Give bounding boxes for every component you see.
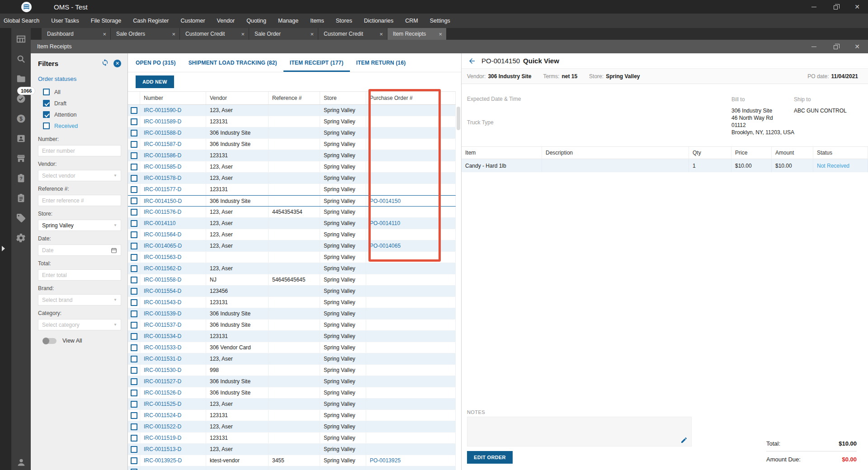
po-link[interactable]: PO-0013925	[370, 457, 401, 464]
receipt-number-link[interactable]: IRC-0011589-D	[144, 118, 181, 125]
table-row[interactable]: IRC-0011531-D123, AserSpring Valley	[128, 353, 456, 365]
checkbox-all[interactable]	[43, 89, 50, 95]
receipt-number-link[interactable]: IRC-0014150-D	[144, 198, 182, 204]
receipt-number-link[interactable]: IRC-0011519-D	[144, 435, 181, 441]
row-checkbox[interactable]	[131, 164, 137, 170]
row-checkbox[interactable]	[131, 378, 137, 385]
table-row[interactable]: IRC-0011564-D123, AserSpring Valley	[128, 229, 456, 240]
table-row[interactable]: IRC-0011526-D306 Industry SiteSpring Val…	[128, 387, 456, 399]
menu-item-file-storage[interactable]: File Storage	[85, 14, 127, 28]
table-row[interactable]: IRC-0014110123, AserSpring ValleyPO-0014…	[128, 218, 456, 229]
window-tab-sale-order[interactable]: Sale Order×	[249, 28, 318, 40]
store-icon[interactable]	[11, 148, 31, 168]
clipboard-list-icon[interactable]	[11, 188, 31, 208]
refresh-filters-icon[interactable]	[101, 59, 109, 68]
table-row[interactable]: IRC-0011588-D306 Industry SiteSpring Val…	[128, 127, 456, 139]
menu-item-stores[interactable]: Stores	[330, 14, 358, 28]
row-checkbox[interactable]	[131, 356, 137, 362]
receipt-number-link[interactable]: IRC-0014110	[144, 220, 176, 226]
checkbox-draft[interactable]	[43, 100, 50, 107]
table-row[interactable]: IRC-0011519-D123131Spring Valley	[128, 432, 456, 444]
table-row[interactable]: IRC-0011534-D123131Spring Valley	[128, 331, 456, 342]
row-checkbox[interactable]	[131, 344, 137, 351]
po-link[interactable]: PO-0014110	[370, 220, 400, 226]
menu-item-customer[interactable]: Customer	[175, 14, 211, 28]
close-button[interactable]: ✕	[846, 0, 868, 14]
row-checkbox[interactable]	[131, 367, 137, 374]
column-header-reference[interactable]: Reference #	[269, 92, 320, 104]
receipt-number-link[interactable]: IRC-0011585-D	[144, 164, 181, 170]
table-row[interactable]: IRC-0011524-D123131Spring Valley	[128, 410, 456, 421]
table-row[interactable]: IRC-0011587-D306 Industry SiteSpring Val…	[128, 139, 456, 150]
row-checkbox[interactable]	[131, 118, 137, 125]
tab-close-icon[interactable]: ×	[103, 31, 106, 38]
po-link[interactable]: PO-0014065	[370, 243, 401, 249]
filter-select-store[interactable]: Spring Valley▼	[38, 220, 121, 231]
receipt-number-link[interactable]: IRC-0011525-D	[144, 401, 181, 407]
minimize-button[interactable]	[803, 0, 825, 14]
menu-item-quoting[interactable]: Quoting	[241, 14, 272, 28]
folder-icon[interactable]	[11, 69, 31, 89]
row-checkbox[interactable]	[131, 412, 137, 419]
column-header-purchase-order[interactable]: Purchase Order #	[366, 92, 456, 104]
filter-input-total[interactable]: Enter total	[38, 269, 121, 281]
row-checkbox[interactable]	[131, 175, 137, 182]
filter-select-brand[interactable]: Select brand▼	[38, 294, 121, 306]
table-row[interactable]: IRC-0011585-D123, AserSpring Valley	[128, 161, 456, 173]
menu-item-crm[interactable]: CRM	[399, 14, 424, 28]
dashboard-icon[interactable]	[11, 29, 31, 49]
add-new-button[interactable]: ADD NEW	[136, 75, 174, 88]
table-row[interactable]: IRC-0011563-DSpring Valley	[128, 252, 456, 263]
items-column-header-status[interactable]: Status	[813, 147, 868, 159]
row-checkbox[interactable]	[131, 107, 137, 114]
notes-textarea[interactable]	[467, 417, 692, 446]
receipt-number-link[interactable]: IRC-0011537-D	[144, 322, 181, 328]
menu-item-manage[interactable]: Manage	[272, 14, 304, 28]
table-row[interactable]: IRC-0011562-D123, AserSpring Valley	[128, 263, 456, 274]
receipt-number-link[interactable]: IRC-0011578-D	[144, 175, 181, 181]
items-column-header-description[interactable]: Description	[542, 147, 689, 159]
column-header-vendor[interactable]: Vendor	[206, 92, 269, 104]
receipt-number-link[interactable]: IRC-0011577-D	[144, 186, 181, 193]
checkbox-received[interactable]	[43, 122, 50, 129]
filter-select-vendor[interactable]: Select vendor▼	[38, 170, 121, 181]
row-checkbox[interactable]	[131, 310, 137, 317]
restore-button[interactable]	[825, 0, 846, 14]
table-row[interactable]: IRC-0011530-D998Spring Valley	[128, 365, 456, 376]
receipt-number-link[interactable]: IRC-0011531-D	[144, 356, 181, 362]
clear-filters-icon[interactable]: ✕	[113, 60, 121, 67]
row-checkbox[interactable]	[131, 469, 137, 470]
table-row[interactable]: IRC-0011539-D306 Industry SiteSpring Val…	[128, 308, 456, 320]
table-row[interactable]: IRC-0011533-D306 Vendor CardSpring Valle…	[128, 342, 456, 353]
table-row[interactable]: IRC-0011554-D123456Spring Valley	[128, 286, 456, 297]
content-tab-item-receipt-177[interactable]: ITEM RECEIPT (177)	[283, 53, 350, 72]
row-checkbox[interactable]	[131, 390, 137, 396]
table-row[interactable]: IRC-0011527-D306 Industry SiteSpring Val…	[128, 376, 456, 387]
table-row[interactable]: IRC-0014150-D306 Industry SiteSpring Val…	[128, 195, 456, 207]
tab-close-icon[interactable]: ×	[379, 31, 383, 38]
receipt-number-link[interactable]: IRC-0011590-D	[144, 107, 181, 113]
tab-close-icon[interactable]: ×	[172, 31, 175, 38]
receipt-number-link[interactable]: IRC-0011522-D	[144, 423, 181, 430]
row-checkbox[interactable]	[131, 333, 137, 340]
window-tab-sale-orders[interactable]: Sale Orders×	[111, 28, 179, 40]
receipt-number-link[interactable]: IRC-0011587-D	[144, 141, 181, 147]
user-icon[interactable]	[11, 457, 31, 467]
row-checkbox[interactable]	[131, 299, 137, 306]
po-link[interactable]: PO-0014150	[370, 198, 401, 204]
table-row[interactable]: IRC-0011513-D123, AserSpring Valley	[128, 444, 456, 455]
inner-minimize-button[interactable]	[803, 40, 825, 53]
menu-item-user-tasks[interactable]: User Tasks	[45, 14, 85, 28]
table-row[interactable]: IRC-0011590-D123, AserSpring Valley	[128, 105, 456, 116]
tab-close-icon[interactable]: ×	[241, 31, 245, 38]
window-tab-dashboard[interactable]: Dashboard×	[42, 28, 110, 40]
row-checkbox[interactable]	[131, 152, 137, 159]
row-checkbox[interactable]	[131, 197, 137, 204]
checkbox-attention[interactable]	[43, 111, 50, 118]
row-checkbox[interactable]	[131, 423, 137, 430]
tag-icon[interactable]	[11, 208, 31, 228]
row-checkbox[interactable]	[131, 401, 137, 408]
filter-input-reference[interactable]: Enter reference #	[38, 195, 121, 206]
receipt-number-link[interactable]: IRC-0011562-D	[144, 265, 181, 272]
filter-date-date[interactable]: Date	[38, 244, 121, 256]
